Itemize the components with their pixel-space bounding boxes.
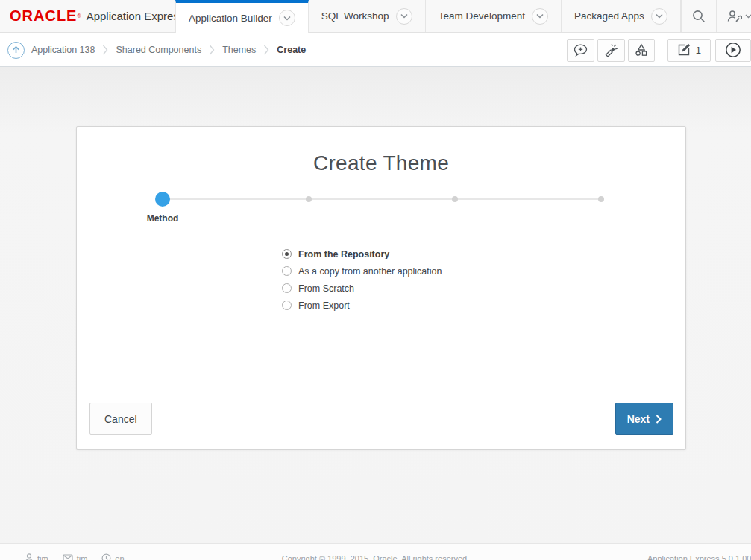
cancel-button-label: Cancel (104, 413, 137, 425)
wizard-progress (163, 192, 601, 206)
oracle-logo: ORACLE® Application Express (0, 0, 175, 32)
method-radio-group: From the Repository As a copy from anoth… (282, 245, 442, 314)
radio-option-from-repository[interactable]: From the Repository (282, 245, 442, 262)
breadcrumb-item-application[interactable]: Application 138 (31, 45, 95, 55)
breadcrumb: Application 138 Shared Components Themes… (0, 42, 306, 59)
administration-button[interactable] (716, 0, 751, 32)
tab-label: Application Builder (189, 13, 272, 24)
cancel-button[interactable]: Cancel (89, 403, 152, 435)
radio-button-icon[interactable] (282, 301, 292, 310)
breadcrumb-item-themes[interactable]: Themes (222, 45, 256, 55)
edit-page-icon (677, 43, 691, 57)
wizard-step-dot-3 (452, 196, 458, 202)
radio-option-label: From Export (298, 301, 350, 311)
search-button[interactable] (681, 0, 716, 32)
shared-components-button[interactable] (628, 39, 655, 62)
wizard-step-dot-1 (155, 192, 170, 207)
page-action-buttons: 1 (567, 39, 751, 62)
wizard-step-label: Method (147, 213, 179, 224)
chevron-down-icon[interactable] (396, 8, 412, 25)
tab-label: Packaged Apps (574, 10, 644, 22)
run-application-button[interactable] (715, 39, 751, 62)
footer-copyright: Copyright © 1999, 2015, Oracle. All righ… (0, 554, 751, 560)
page-body: Create Theme Method From the Repository … (0, 67, 751, 560)
page-title: Create Theme (77, 127, 685, 175)
feedback-button[interactable] (567, 39, 594, 62)
tab-application-builder[interactable]: Application Builder (175, 0, 309, 33)
radio-option-copy-from-application[interactable]: As a copy from another application (282, 262, 442, 280)
tab-packaged-apps[interactable]: Packaged Apps (562, 0, 681, 32)
search-icon (691, 9, 706, 24)
product-name: Application Express (87, 10, 185, 22)
tab-label: SQL Workshop (321, 10, 389, 22)
chevron-down-icon[interactable] (279, 10, 295, 26)
theme-roller-button[interactable] (597, 39, 625, 62)
tab-label: Team Development (439, 10, 525, 22)
wizard-step-dot-2 (306, 196, 312, 202)
navigate-up-icon[interactable] (7, 42, 25, 59)
radio-button-icon[interactable] (282, 283, 292, 293)
footer-version: Application Express 5.0.1.00.06 (647, 554, 751, 560)
radio-option-label: From the Repository (298, 249, 389, 259)
top-header: ORACLE® Application Express Application … (0, 0, 751, 33)
chevron-down-icon[interactable] (532, 8, 548, 25)
registered-mark: ® (77, 10, 81, 23)
wizard-step-dot-4 (598, 196, 604, 202)
header-icon-buttons: ? (681, 0, 751, 32)
admin-wrench-icon (726, 9, 742, 24)
radio-option-label: As a copy from another application (298, 266, 442, 277)
next-button[interactable]: Next (615, 403, 673, 435)
breadcrumb-separator (209, 44, 215, 56)
chevron-down-icon[interactable] (651, 8, 667, 25)
play-icon (725, 42, 741, 58)
breadcrumb-item-create: Create (277, 45, 306, 55)
radio-option-from-scratch[interactable]: From Scratch (282, 280, 442, 297)
radio-option-from-export[interactable]: From Export (282, 297, 442, 314)
radio-option-label: From Scratch (298, 283, 354, 294)
shapes-icon (635, 43, 648, 57)
edit-page-number: 1 (696, 45, 701, 56)
chevron-right-icon (656, 415, 662, 424)
tab-sql-workshop[interactable]: SQL Workshop (309, 0, 426, 32)
spotlight-wand-icon (604, 43, 618, 57)
feedback-bubble-icon (574, 44, 588, 57)
create-theme-wizard-card: Create Theme Method From the Repository … (76, 126, 686, 450)
breadcrumb-separator (102, 44, 108, 56)
next-button-label: Next (627, 413, 650, 425)
oracle-wordmark: ORACLE (10, 7, 77, 25)
wizard-progress-track (163, 198, 601, 200)
chevron-down-icon (745, 14, 751, 19)
page-footer: tim tim en Copyright © 1999, 2015, Oracl… (0, 543, 751, 560)
main-nav-tabs: Application Builder SQL Workshop Team De… (175, 0, 681, 32)
tab-team-development[interactable]: Team Development (426, 0, 562, 32)
breadcrumb-bar: Application 138 Shared Components Themes… (0, 34, 751, 67)
breadcrumb-separator (263, 44, 269, 56)
edit-page-button[interactable]: 1 (667, 39, 711, 62)
breadcrumb-item-shared-components[interactable]: Shared Components (116, 45, 201, 55)
radio-button-icon[interactable] (282, 266, 292, 276)
radio-button-icon[interactable] (282, 249, 292, 259)
